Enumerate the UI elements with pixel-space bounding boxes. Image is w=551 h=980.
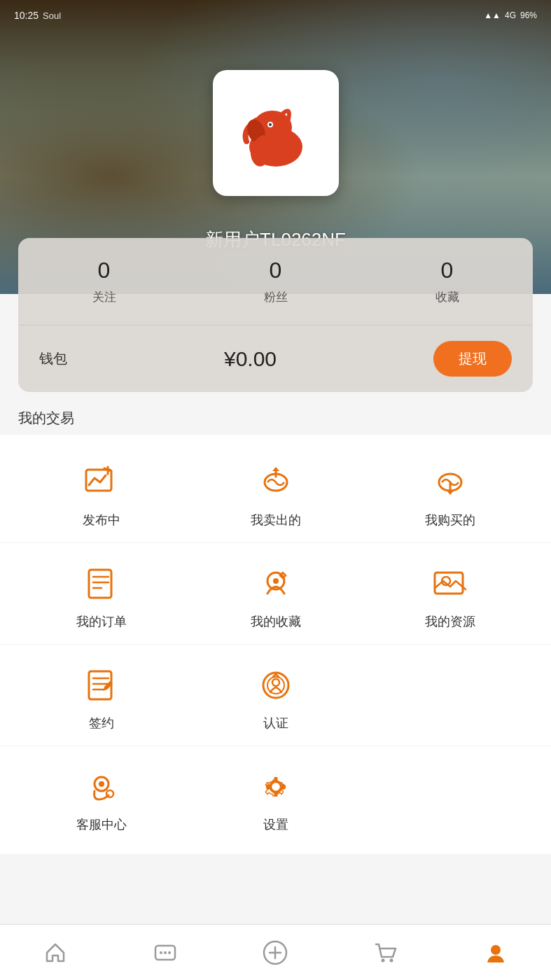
menu-row-2: 我的订单 我的收藏 [0, 543, 551, 645]
resources-label: 我的资源 [425, 613, 475, 630]
status-app: Soul [43, 10, 61, 21]
svg-rect-36 [274, 792, 277, 797]
stats-row: 0 关注 0 粉丝 0 收藏 [18, 258, 533, 326]
svg-rect-35 [274, 777, 277, 782]
section-title: 我的交易 [0, 392, 551, 435]
svg-point-34 [271, 782, 281, 792]
publishing-label: 发布中 [83, 512, 120, 528]
menu-item-sold[interactable]: 我卖出的 [213, 456, 339, 536]
bought-label: 我购买的 [425, 512, 475, 528]
bottom-nav [0, 924, 551, 980]
battery-label: 96% [520, 10, 537, 20]
settings-label: 设置 [263, 816, 288, 833]
transactions-section: 我的交易 发布中 [0, 392, 551, 854]
orders-label: 我的订单 [76, 613, 127, 630]
svg-point-51 [389, 958, 393, 962]
nav-publish[interactable] [249, 934, 302, 971]
menu-item-bought[interactable]: 我购买的 [387, 456, 513, 536]
status-left: 10:25 Soul [14, 10, 61, 21]
stat-fans[interactable]: 0 粉丝 [264, 258, 288, 305]
menu-grid: 发布中 我卖出的 [0, 435, 551, 854]
menu-item-orders[interactable]: 我的订单 [39, 557, 165, 637]
withdraw-button[interactable]: 提现 [433, 341, 512, 377]
menu-item-settings[interactable]: 设置 [213, 760, 339, 840]
contract-label: 签约 [89, 715, 114, 732]
svg-point-4 [269, 123, 272, 126]
home-icon [43, 940, 68, 965]
signal-icon: ▲▲ [484, 10, 501, 20]
profile-nav-icon [483, 940, 508, 965]
settings-icon [256, 767, 295, 806]
svg-rect-15 [89, 570, 111, 598]
svg-marker-14 [447, 491, 454, 495]
svg-point-44 [160, 951, 162, 954]
resources-icon [431, 564, 470, 603]
favorites-count: 0 [441, 258, 454, 284]
favorites-list-icon [256, 564, 295, 603]
certification-icon [256, 666, 295, 705]
wallet-label: 钱包 [39, 349, 67, 368]
signal-label: 4G [505, 10, 516, 20]
nav-messages[interactable] [139, 934, 192, 971]
following-label: 关注 [92, 289, 116, 305]
menu-row-4: 客服中心 [0, 746, 551, 847]
status-time: 10:25 [14, 10, 39, 21]
fans-count: 0 [270, 258, 282, 284]
wallet-row: 钱包 ¥0.00 提现 [18, 326, 533, 392]
svg-point-29 [272, 679, 279, 686]
following-count: 0 [98, 258, 111, 284]
menu-item-resources[interactable]: 我的资源 [387, 557, 513, 637]
avatar[interactable] [213, 70, 339, 196]
nav-profile[interactable] [469, 934, 522, 971]
fans-label: 粉丝 [264, 289, 288, 305]
stat-favorites[interactable]: 0 收藏 [435, 258, 459, 305]
stats-card: 0 关注 0 粉丝 0 收藏 钱包 ¥0.00 提现 [18, 238, 533, 392]
menu-item-certification[interactable]: 认证 [213, 659, 339, 738]
orders-icon [82, 564, 121, 603]
svg-point-45 [164, 951, 167, 954]
nav-home[interactable] [29, 934, 82, 971]
avatar-image [227, 84, 325, 182]
wallet-amount: ¥0.00 [224, 347, 277, 371]
menu-row-1: 发布中 我卖出的 [0, 442, 551, 543]
customer-service-icon [82, 767, 121, 806]
menu-item-favorites-list[interactable]: 我的收藏 [213, 557, 339, 637]
svg-point-50 [381, 958, 384, 962]
menu-row-3: 签约 认证 [0, 645, 551, 746]
customer-service-label: 客服中心 [76, 816, 127, 833]
bottom-spacer [0, 854, 551, 924]
bought-icon [431, 463, 470, 502]
status-bar: 10:25 Soul ▲▲ 4G 96% [0, 0, 551, 31]
menu-item-contract[interactable]: 签约 [39, 659, 165, 738]
sold-label: 我卖出的 [251, 512, 301, 528]
contract-icon [82, 666, 121, 705]
svg-point-32 [106, 790, 113, 797]
menu-item-publishing[interactable]: 发布中 [39, 456, 165, 536]
favorites-label: 收藏 [435, 289, 459, 305]
menu-item-customer-service[interactable]: 客服中心 [39, 760, 165, 840]
nav-cart[interactable] [359, 934, 412, 971]
favorites-list-label: 我的收藏 [251, 613, 301, 630]
status-right: ▲▲ 4G 96% [484, 10, 537, 20]
publish-icon [263, 940, 288, 965]
cart-icon [373, 940, 398, 965]
svg-point-52 [491, 945, 501, 955]
messages-icon [153, 940, 178, 965]
publishing-icon [82, 463, 121, 502]
svg-point-20 [273, 578, 279, 584]
svg-point-46 [168, 951, 171, 954]
certification-label: 认证 [263, 715, 288, 732]
svg-marker-11 [272, 467, 279, 471]
sold-icon [256, 463, 295, 502]
svg-point-31 [99, 781, 104, 787]
stat-following[interactable]: 0 关注 [92, 258, 116, 305]
